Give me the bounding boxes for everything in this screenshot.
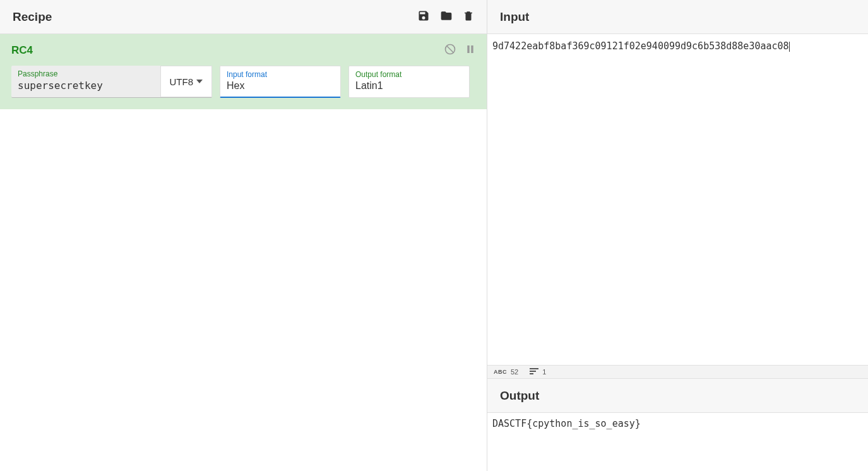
io-pane: Input 9d7422eabf8baf369c09121f02e940099d…: [487, 0, 868, 471]
input-header: Input: [487, 0, 868, 34]
input-textarea[interactable]: 9d7422eabf8baf369c09121f02e940099d9c6b53…: [487, 34, 868, 365]
recipe-header: Recipe: [0, 0, 487, 34]
lines-icon: [530, 368, 538, 376]
disable-icon[interactable]: [444, 43, 456, 58]
input-format-label: Input format: [227, 70, 334, 79]
operation-rc4: RC4 Passphrase supersecretkey UTF8: [0, 34, 487, 109]
parameter-row: Passphrase supersecretkey UTF8 Input for…: [11, 66, 475, 98]
input-format-field[interactable]: Input format Hex: [220, 66, 341, 98]
svg-rect-3: [471, 45, 473, 53]
input-section: Input 9d7422eabf8baf369c09121f02e940099d…: [487, 0, 868, 379]
passphrase-encoding-value: UTF8: [170, 76, 194, 87]
passphrase-field[interactable]: Passphrase supersecretkey UTF8: [11, 66, 212, 98]
svg-rect-4: [530, 368, 538, 369]
output-format-value: Latin1: [355, 80, 463, 92]
line-count-value: 1: [542, 368, 546, 376]
operation-controls: [444, 43, 475, 58]
input-stats-bar: abc 52 1: [487, 365, 868, 379]
char-count: abc 52: [494, 368, 518, 376]
svg-rect-5: [530, 371, 536, 372]
operation-header: RC4: [11, 43, 475, 58]
output-title: Output: [500, 389, 539, 403]
char-count-value: 52: [511, 368, 518, 376]
recipe-title: Recipe: [13, 10, 52, 24]
pause-icon[interactable]: [465, 44, 475, 57]
output-section: Output DASCTF{cpython_is_so_easy}: [487, 379, 868, 471]
caret-down-icon: [196, 80, 203, 83]
input-title: Input: [500, 10, 529, 24]
output-format-label: Output format: [355, 70, 463, 79]
svg-line-1: [447, 46, 453, 52]
recipe-header-icons: [417, 9, 474, 25]
svg-rect-6: [530, 373, 533, 374]
svg-rect-2: [467, 45, 469, 53]
save-icon[interactable]: [417, 9, 430, 25]
passphrase-value[interactable]: supersecretkey: [18, 80, 154, 92]
input-format-value: Hex: [227, 80, 334, 92]
char-count-icon: abc: [494, 369, 507, 375]
line-count: 1: [530, 368, 546, 376]
passphrase-encoding-dropdown[interactable]: UTF8: [160, 66, 213, 97]
recipe-empty-area[interactable]: [0, 109, 487, 471]
output-header: Output: [487, 379, 868, 413]
folder-icon[interactable]: [440, 9, 453, 25]
output-text[interactable]: DASCTF{cpython_is_so_easy}: [487, 413, 868, 471]
passphrase-label: Passphrase: [18, 69, 154, 78]
trash-icon[interactable]: [463, 9, 474, 25]
output-format-field[interactable]: Output format Latin1: [348, 66, 470, 98]
operation-name[interactable]: RC4: [11, 44, 33, 57]
recipe-pane: Recipe RC4: [0, 0, 487, 471]
